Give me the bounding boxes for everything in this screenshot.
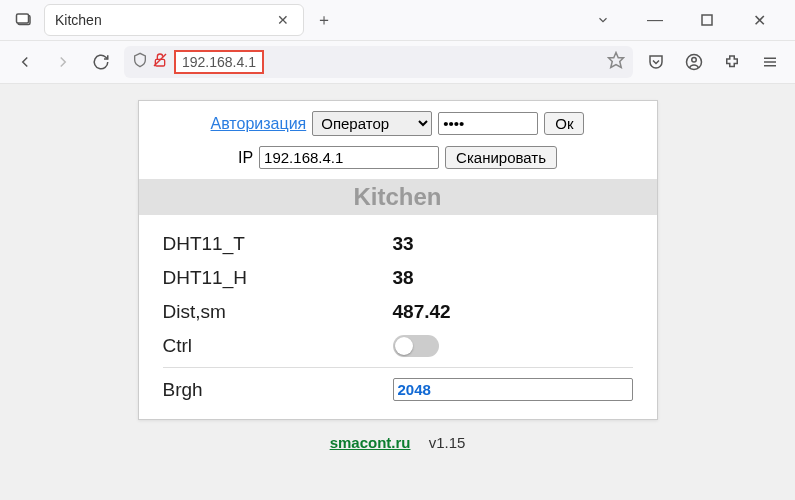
extensions-icon[interactable]: [717, 47, 747, 77]
svg-rect-1: [17, 14, 29, 23]
sensor-row: DHT11_T 33: [163, 227, 633, 261]
address-bar[interactable]: 192.168.4.1: [124, 46, 633, 78]
sensor-value: 38: [393, 267, 414, 289]
role-select[interactable]: Оператор: [312, 111, 432, 136]
workspace-icon[interactable]: [8, 4, 40, 36]
close-window-button[interactable]: ✕: [743, 4, 775, 36]
ok-button[interactable]: Ок: [544, 112, 584, 135]
scan-button[interactable]: Сканировать: [445, 146, 557, 169]
sensor-row: DHT11_H 38: [163, 261, 633, 295]
sensor-label: Dist,sm: [163, 301, 393, 323]
ctrl-toggle[interactable]: [393, 335, 439, 357]
page-footer: smacont.ru v1.15: [330, 434, 466, 451]
sensor-row: Dist,sm 487.42: [163, 295, 633, 329]
sensor-label: DHT11_T: [163, 233, 393, 255]
brgh-input[interactable]: [393, 378, 633, 401]
tabs-dropdown-icon[interactable]: [587, 4, 619, 36]
menu-icon[interactable]: [755, 47, 785, 77]
sensor-value: 33: [393, 233, 414, 255]
forward-button[interactable]: [48, 47, 78, 77]
version-text: v1.15: [429, 434, 466, 451]
back-button[interactable]: [10, 47, 40, 77]
ctrl-row: Ctrl: [163, 329, 633, 363]
new-tab-button[interactable]: ＋: [308, 4, 340, 36]
password-input[interactable]: [438, 112, 538, 135]
sensor-value: 487.42: [393, 301, 451, 323]
device-title: Kitchen: [139, 179, 657, 215]
maximize-window-button[interactable]: [691, 4, 723, 36]
url-text: 192.168.4.1: [174, 50, 264, 74]
auth-label[interactable]: Авторизация: [211, 115, 307, 133]
svg-point-7: [692, 58, 697, 63]
ip-label: IP: [238, 149, 253, 167]
device-panel: Авторизация Оператор Ок IP Сканировать K…: [138, 100, 658, 420]
brgh-label: Brgh: [163, 379, 393, 401]
tab-title: Kitchen: [55, 12, 273, 28]
account-icon[interactable]: [679, 47, 709, 77]
minimize-window-button[interactable]: —: [639, 4, 671, 36]
footer-link[interactable]: smacont.ru: [330, 434, 411, 451]
reload-button[interactable]: [86, 47, 116, 77]
ctrl-label: Ctrl: [163, 335, 393, 357]
divider: [163, 367, 633, 368]
lock-insecure-icon[interactable]: [152, 52, 168, 72]
brgh-row: Brgh: [163, 372, 633, 407]
ip-input[interactable]: [259, 146, 439, 169]
close-tab-icon[interactable]: ✕: [273, 12, 293, 28]
pocket-icon[interactable]: [641, 47, 671, 77]
bookmark-star-icon[interactable]: [607, 51, 625, 73]
shield-icon[interactable]: [132, 52, 148, 72]
toggle-knob: [395, 337, 413, 355]
sensor-label: DHT11_H: [163, 267, 393, 289]
svg-marker-5: [609, 53, 624, 68]
svg-rect-2: [702, 15, 712, 25]
browser-tab[interactable]: Kitchen ✕: [44, 4, 304, 36]
